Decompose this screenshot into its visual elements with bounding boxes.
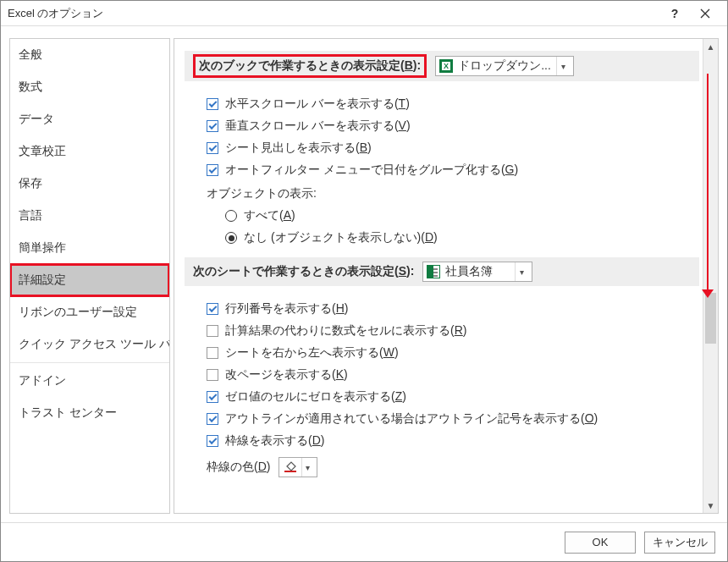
sidebar-item-trust[interactable]: トラスト センター bbox=[10, 397, 169, 429]
book-selector-dropdown[interactable]: ドロップダウン... ▾ bbox=[435, 56, 574, 76]
scroll-thumb[interactable] bbox=[705, 293, 716, 344]
hscroll-checkbox[interactable]: 水平スクロール バーを表示する(T) bbox=[207, 93, 696, 115]
autofilter-group-checkbox[interactable]: オートフィルター メニューで日付をグループ化する(G) bbox=[207, 159, 696, 181]
sidebar-item-ribbon[interactable]: リボンのユーザー設定 bbox=[10, 296, 169, 328]
scroll-up-arrow[interactable]: ▲ bbox=[703, 39, 718, 54]
help-button[interactable]: ? bbox=[659, 3, 690, 24]
sidebar-item-data[interactable]: データ bbox=[10, 103, 169, 135]
sidebar-item-save[interactable]: 保存 bbox=[10, 168, 169, 200]
sidebar-item-qat[interactable]: クイック アクセス ツール バー bbox=[10, 328, 169, 361]
sidebar-item-addins[interactable]: アドイン bbox=[10, 365, 169, 397]
sheet-tabs-checkbox[interactable]: シート見出しを表示する(B) bbox=[207, 137, 696, 159]
sheet-display-header: 次のシートで作業するときの表示設定(S): 社員名簿 ▾ bbox=[185, 257, 699, 286]
sheet-selector-value: 社員名簿 bbox=[445, 264, 493, 279]
page-breaks-checkbox[interactable]: 改ページを表示する(K) bbox=[207, 364, 696, 386]
sheet-display-label-suffix: ): bbox=[406, 264, 414, 278]
chevron-down-icon: ▾ bbox=[515, 262, 528, 281]
gridline-color-label: 枠線の色(D) bbox=[207, 460, 270, 475]
vertical-scrollbar[interactable]: ▲ ▼ bbox=[703, 39, 718, 513]
close-button[interactable] bbox=[690, 3, 720, 24]
category-sidebar: 全般 数式 データ 文章校正 保存 言語 簡単操作 詳細設定 リボンのユーザー設… bbox=[9, 38, 170, 514]
book-display-header: 次のブックで作業するときの表示設定(B): ドロップダウン... ▾ bbox=[185, 51, 699, 81]
show-gridlines-checkbox[interactable]: 枠線を表示する(D) bbox=[207, 430, 696, 452]
excel-workbook-icon bbox=[439, 59, 453, 73]
rowcol-headers-checkbox[interactable]: 行列番号を表示する(H) bbox=[207, 298, 696, 320]
sidebar-item-easyaccess[interactable]: 簡単操作 bbox=[10, 232, 169, 264]
sidebar-item-proofing[interactable]: 文章校正 bbox=[10, 135, 169, 168]
book-selector-value: ドロップダウン... bbox=[458, 58, 551, 74]
book-display-label-prefix: 次のブックで作業するときの表示設定( bbox=[199, 58, 405, 72]
svg-rect-0 bbox=[284, 471, 296, 472]
sheet-selector-dropdown[interactable]: 社員名簿 ▾ bbox=[422, 262, 532, 282]
sidebar-item-general[interactable]: 全般 bbox=[10, 39, 169, 71]
outline-symbols-checkbox[interactable]: アウトラインが適用されている場合はアウトライン記号を表示する(O) bbox=[207, 408, 696, 430]
paint-bucket-icon bbox=[283, 461, 298, 473]
window-title: Excel のオプション bbox=[8, 6, 659, 21]
ok-button[interactable]: OK bbox=[565, 532, 636, 554]
chevron-down-icon: ▾ bbox=[556, 57, 570, 75]
book-display-label-suffix: ): bbox=[413, 58, 421, 72]
sidebar-item-language[interactable]: 言語 bbox=[10, 200, 169, 232]
chevron-down-icon: ▾ bbox=[301, 458, 313, 477]
scroll-down-arrow[interactable]: ▼ bbox=[703, 498, 718, 513]
show-zeros-checkbox[interactable]: ゼロ値のセルにゼロを表示する(Z) bbox=[207, 386, 696, 408]
vscroll-checkbox[interactable]: 垂直スクロール バーを表示する(V) bbox=[207, 115, 696, 137]
settings-pane: 次のブックで作業するときの表示設定(B): ドロップダウン... ▾ 水平スクロ… bbox=[174, 39, 703, 513]
show-formulas-checkbox[interactable]: 計算結果の代わりに数式をセルに表示する(R) bbox=[207, 320, 696, 342]
gridline-color-picker[interactable]: ▾ bbox=[279, 457, 317, 477]
sidebar-item-advanced[interactable]: 詳細設定 bbox=[10, 264, 169, 296]
sidebar-item-formulas[interactable]: 数式 bbox=[10, 71, 169, 103]
book-display-label-key: B bbox=[405, 58, 413, 72]
objects-label: オブジェクトの表示: bbox=[207, 181, 696, 205]
rtl-sheet-checkbox[interactable]: シートを右から左へ表示する(W) bbox=[207, 342, 696, 364]
sheet-display-label-prefix: 次のシートで作業するときの表示設定( bbox=[193, 264, 399, 278]
objects-none-radio[interactable]: なし (オブジェクトを表示しない)(D) bbox=[225, 227, 696, 249]
worksheet-icon bbox=[427, 265, 440, 278]
objects-all-radio[interactable]: すべて(A) bbox=[225, 205, 696, 227]
cancel-button[interactable]: キャンセル bbox=[644, 532, 715, 554]
sheet-display-label-key: S bbox=[399, 264, 406, 278]
